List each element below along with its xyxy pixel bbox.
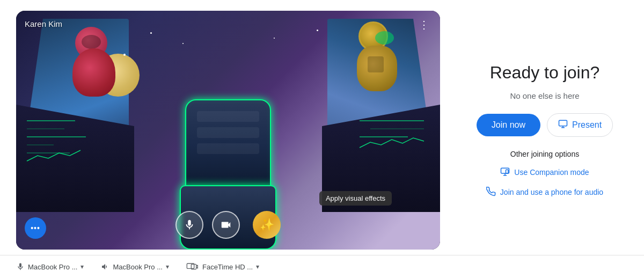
mic-device-name: MacBook Pro ... — [28, 263, 77, 271]
video-preview: Karen Kim ⋮ Apply visual effects — [16, 11, 440, 250]
char-right-visor — [375, 31, 394, 45]
character-right — [349, 21, 408, 107]
user-name: Karen Kim — [25, 19, 62, 28]
bottom-toolbar: MacBook Pro ... ▾ MacBook Pro ... ▾ Face… — [0, 255, 644, 278]
star — [317, 30, 318, 31]
svg-rect-12 — [191, 264, 196, 269]
effects-button[interactable]: ✨ — [253, 211, 281, 239]
ready-title: Ready to join? — [490, 63, 600, 83]
camera-button[interactable] — [212, 211, 240, 239]
speaker-device-name: MacBook Pro ... — [113, 263, 162, 271]
star — [150, 32, 152, 34]
mic-device-selector[interactable]: MacBook Pro ... ▾ — [16, 262, 84, 271]
main-content: Karen Kim ⋮ Apply visual effects — [0, 0, 644, 255]
speaker-chevron-icon: ▾ — [166, 263, 169, 270]
present-icon — [558, 119, 568, 131]
phone-audio-text: Join and use a phone for audio — [500, 188, 603, 196]
char-left-body — [72, 48, 115, 97]
camera-icon — [220, 219, 232, 231]
join-now-button[interactable]: Join now — [477, 114, 540, 136]
phone-icon — [486, 187, 496, 198]
speaker-device-icon — [101, 262, 109, 271]
star — [182, 43, 184, 44]
star — [123, 54, 126, 56]
companion-icon — [500, 167, 510, 178]
mic-chevron-icon: ▾ — [80, 263, 84, 270]
sparkle-icon: ✨ — [260, 218, 274, 232]
more-menu-button[interactable]: ••• — [25, 217, 46, 239]
svg-rect-10 — [506, 170, 509, 173]
char-right-body — [357, 46, 397, 91]
camera-chevron-icon: ▾ — [256, 263, 259, 270]
cushion-2 — [197, 127, 259, 138]
character-left — [64, 27, 123, 107]
other-options-label: Other joining options — [510, 150, 579, 158]
camera-device-icon2 — [191, 262, 199, 271]
join-actions: Join now Present — [477, 113, 613, 137]
present-label: Present — [572, 120, 602, 130]
companion-svg-icon — [500, 167, 510, 177]
tooltip-text: Apply visual effects — [326, 194, 385, 202]
body-detail — [368, 56, 384, 72]
no-one-here-text: No one else is here — [510, 91, 579, 100]
more-options-icon: ⋮ — [419, 19, 429, 31]
dots-icon: ••• — [31, 224, 40, 232]
user-name-overlay: Karen Kim — [25, 19, 62, 28]
mic-button[interactable] — [175, 211, 203, 239]
circuit-left — [21, 110, 102, 174]
effects-tooltip: Apply visual effects — [319, 191, 392, 206]
svg-rect-8 — [559, 120, 567, 126]
more-options-button[interactable]: ⋮ — [414, 17, 434, 32]
mic-device-icon — [16, 262, 25, 271]
video-controls: ✨ — [175, 211, 281, 239]
camera-device-name: FaceTime HD ... — [202, 263, 253, 271]
present-svg-icon — [558, 119, 568, 129]
phone-svg-icon — [486, 187, 496, 196]
circuit-right — [354, 110, 435, 174]
visor-left — [82, 35, 101, 49]
phone-audio-link[interactable]: Join and use a phone for audio — [486, 187, 603, 198]
speaker-device-selector[interactable]: MacBook Pro ... ▾ — [101, 262, 169, 271]
chair-back — [185, 99, 271, 191]
companion-mode-text: Use Companion mode — [514, 168, 589, 177]
cushion-3 — [197, 143, 259, 154]
camera-device-selector[interactable]: FaceTime HD ... ▾ — [186, 262, 259, 271]
present-button[interactable]: Present — [547, 113, 613, 137]
cushion-1 — [197, 111, 259, 122]
star — [274, 38, 275, 39]
mic-icon — [184, 219, 195, 231]
right-panel: Ready to join? No one else is here Join … — [462, 52, 628, 209]
companion-mode-link[interactable]: Use Companion mode — [500, 167, 589, 178]
